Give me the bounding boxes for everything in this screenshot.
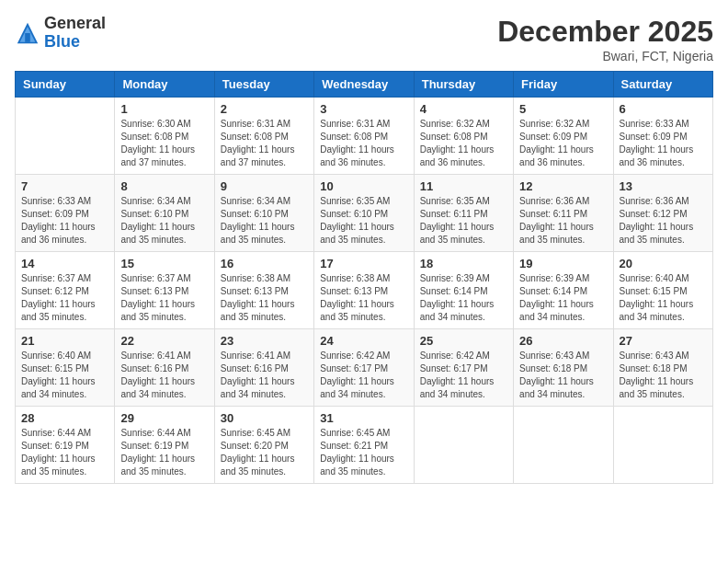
title-block: December 2025 Bwari, FCT, Nigeria — [497, 15, 713, 63]
day-number: 24 — [320, 334, 407, 348]
weekday-header-thursday: Thursday — [414, 72, 513, 98]
day-info: Sunrise: 6:32 AM Sunset: 6:08 PM Dayligh… — [420, 118, 507, 169]
day-info: Sunrise: 6:36 AM Sunset: 6:11 PM Dayligh… — [519, 195, 607, 247]
page-header: General Blue December 2025 Bwari, FCT, N… — [15, 15, 713, 63]
day-info: Sunrise: 6:31 AM Sunset: 6:08 PM Dayligh… — [320, 118, 407, 169]
calendar-cell: 21Sunrise: 6:40 AM Sunset: 6:15 PM Dayli… — [16, 329, 115, 407]
day-info: Sunrise: 6:37 AM Sunset: 6:12 PM Dayligh… — [21, 272, 108, 324]
day-number: 26 — [519, 334, 607, 348]
day-number: 27 — [620, 334, 707, 348]
calendar-cell: 29Sunrise: 6:44 AM Sunset: 6:19 PM Dayli… — [115, 407, 214, 484]
calendar-cell: 19Sunrise: 6:39 AM Sunset: 6:14 PM Dayli… — [514, 252, 613, 329]
calendar-cell: 16Sunrise: 6:38 AM Sunset: 6:13 PM Dayli… — [214, 252, 313, 329]
day-info: Sunrise: 6:41 AM Sunset: 6:16 PM Dayligh… — [221, 350, 308, 401]
weekday-header-friday: Friday — [514, 72, 613, 98]
calendar-cell — [613, 407, 712, 484]
weekday-header-wednesday: Wednesday — [314, 72, 414, 98]
calendar-cell: 30Sunrise: 6:45 AM Sunset: 6:20 PM Dayli… — [214, 407, 313, 484]
weekday-header-sunday: Sunday — [16, 72, 115, 98]
day-number: 23 — [221, 334, 308, 348]
calendar-cell: 23Sunrise: 6:41 AM Sunset: 6:16 PM Dayli… — [214, 329, 313, 407]
day-number: 21 — [21, 334, 108, 348]
day-number: 8 — [120, 179, 208, 193]
day-info: Sunrise: 6:34 AM Sunset: 6:10 PM Dayligh… — [120, 195, 208, 247]
calendar-cell: 20Sunrise: 6:40 AM Sunset: 6:15 PM Dayli… — [613, 252, 712, 329]
day-info: Sunrise: 6:36 AM Sunset: 6:12 PM Dayligh… — [620, 195, 707, 247]
day-number: 1 — [120, 102, 208, 116]
day-info: Sunrise: 6:43 AM Sunset: 6:18 PM Dayligh… — [620, 350, 707, 401]
calendar-cell: 2Sunrise: 6:31 AM Sunset: 6:08 PM Daylig… — [214, 98, 313, 175]
day-info: Sunrise: 6:35 AM Sunset: 6:10 PM Dayligh… — [320, 195, 407, 247]
day-info: Sunrise: 6:38 AM Sunset: 6:13 PM Dayligh… — [320, 272, 407, 324]
calendar-cell: 24Sunrise: 6:42 AM Sunset: 6:17 PM Dayli… — [314, 329, 414, 407]
calendar-week-4: 21Sunrise: 6:40 AM Sunset: 6:15 PM Dayli… — [16, 329, 713, 407]
day-info: Sunrise: 6:35 AM Sunset: 6:11 PM Dayligh… — [420, 195, 507, 247]
calendar-cell: 14Sunrise: 6:37 AM Sunset: 6:12 PM Dayli… — [16, 252, 115, 329]
calendar-cell: 26Sunrise: 6:43 AM Sunset: 6:18 PM Dayli… — [514, 329, 613, 407]
calendar-cell: 25Sunrise: 6:42 AM Sunset: 6:17 PM Dayli… — [414, 329, 513, 407]
day-number: 4 — [420, 102, 507, 116]
day-info: Sunrise: 6:41 AM Sunset: 6:16 PM Dayligh… — [120, 350, 208, 401]
day-info: Sunrise: 6:38 AM Sunset: 6:13 PM Dayligh… — [221, 272, 308, 324]
logo-icon — [15, 20, 40, 46]
logo: General Blue — [15, 15, 106, 52]
calendar-cell: 18Sunrise: 6:39 AM Sunset: 6:14 PM Dayli… — [414, 252, 513, 329]
day-number: 22 — [120, 334, 208, 348]
day-info: Sunrise: 6:42 AM Sunset: 6:17 PM Dayligh… — [320, 350, 407, 401]
day-number: 6 — [620, 102, 707, 116]
day-info: Sunrise: 6:39 AM Sunset: 6:14 PM Dayligh… — [519, 272, 607, 324]
day-info: Sunrise: 6:37 AM Sunset: 6:13 PM Dayligh… — [120, 272, 208, 324]
day-info: Sunrise: 6:30 AM Sunset: 6:08 PM Dayligh… — [120, 118, 208, 169]
day-number: 5 — [519, 102, 607, 116]
calendar-week-1: 1Sunrise: 6:30 AM Sunset: 6:08 PM Daylig… — [16, 98, 713, 175]
weekday-header-row: SundayMondayTuesdayWednesdayThursdayFrid… — [16, 72, 713, 98]
calendar-table: SundayMondayTuesdayWednesdayThursdayFrid… — [15, 71, 713, 484]
calendar-week-3: 14Sunrise: 6:37 AM Sunset: 6:12 PM Dayli… — [16, 252, 713, 329]
day-info: Sunrise: 6:42 AM Sunset: 6:17 PM Dayligh… — [420, 350, 507, 401]
day-number: 10 — [320, 179, 407, 193]
day-number: 30 — [221, 411, 308, 425]
day-info: Sunrise: 6:32 AM Sunset: 6:09 PM Dayligh… — [519, 118, 607, 169]
day-number: 2 — [221, 102, 308, 116]
calendar-cell: 5Sunrise: 6:32 AM Sunset: 6:09 PM Daylig… — [514, 98, 613, 175]
day-info: Sunrise: 6:45 AM Sunset: 6:21 PM Dayligh… — [320, 427, 407, 478]
logo-general-text: General — [44, 14, 106, 32]
calendar-cell: 13Sunrise: 6:36 AM Sunset: 6:12 PM Dayli… — [613, 175, 712, 252]
calendar-cell: 11Sunrise: 6:35 AM Sunset: 6:11 PM Dayli… — [414, 175, 513, 252]
day-info: Sunrise: 6:43 AM Sunset: 6:18 PM Dayligh… — [519, 350, 607, 401]
day-info: Sunrise: 6:39 AM Sunset: 6:14 PM Dayligh… — [420, 272, 507, 324]
weekday-header-saturday: Saturday — [613, 72, 712, 98]
calendar-cell: 12Sunrise: 6:36 AM Sunset: 6:11 PM Dayli… — [514, 175, 613, 252]
location-text: Bwari, FCT, Nigeria — [497, 49, 713, 63]
day-info: Sunrise: 6:44 AM Sunset: 6:19 PM Dayligh… — [120, 427, 208, 478]
day-info: Sunrise: 6:44 AM Sunset: 6:19 PM Dayligh… — [21, 427, 108, 478]
calendar-cell: 8Sunrise: 6:34 AM Sunset: 6:10 PM Daylig… — [115, 175, 214, 252]
day-number: 17 — [320, 257, 407, 270]
day-number: 31 — [320, 411, 407, 425]
day-info: Sunrise: 6:40 AM Sunset: 6:15 PM Dayligh… — [620, 272, 707, 324]
day-info: Sunrise: 6:33 AM Sunset: 6:09 PM Dayligh… — [620, 118, 707, 169]
day-number: 11 — [420, 179, 507, 193]
logo-blue-text: Blue — [44, 32, 80, 51]
day-number: 13 — [620, 179, 707, 193]
day-number: 12 — [519, 179, 607, 193]
calendar-cell: 3Sunrise: 6:31 AM Sunset: 6:08 PM Daylig… — [314, 98, 414, 175]
day-number: 25 — [420, 334, 507, 348]
calendar-cell: 4Sunrise: 6:32 AM Sunset: 6:08 PM Daylig… — [414, 98, 513, 175]
calendar-cell — [414, 407, 513, 484]
day-info: Sunrise: 6:33 AM Sunset: 6:09 PM Dayligh… — [21, 195, 108, 247]
calendar-week-2: 7Sunrise: 6:33 AM Sunset: 6:09 PM Daylig… — [16, 175, 713, 252]
calendar-cell: 1Sunrise: 6:30 AM Sunset: 6:08 PM Daylig… — [115, 98, 214, 175]
svg-rect-2 — [25, 33, 30, 42]
day-number: 20 — [620, 257, 707, 270]
weekday-header-tuesday: Tuesday — [214, 72, 313, 98]
day-number: 15 — [120, 257, 208, 270]
day-number: 19 — [519, 257, 607, 270]
day-number: 18 — [420, 257, 507, 270]
weekday-header-monday: Monday — [115, 72, 214, 98]
day-number: 16 — [221, 257, 308, 270]
day-number: 14 — [21, 257, 108, 270]
calendar-cell: 7Sunrise: 6:33 AM Sunset: 6:09 PM Daylig… — [16, 175, 115, 252]
calendar-cell: 28Sunrise: 6:44 AM Sunset: 6:19 PM Dayli… — [16, 407, 115, 484]
day-info: Sunrise: 6:31 AM Sunset: 6:08 PM Dayligh… — [221, 118, 308, 169]
